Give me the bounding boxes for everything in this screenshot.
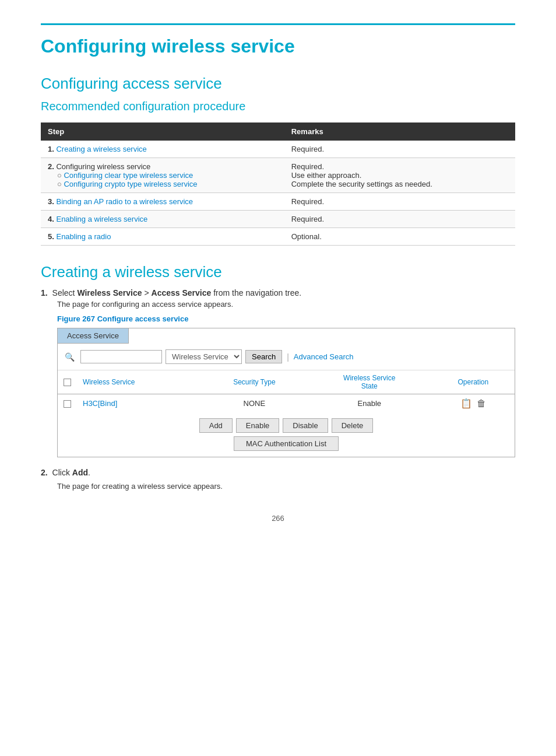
- col-state-header: Wireless ServiceState: [307, 370, 432, 394]
- service-data-table: Wireless Service Security Type Wireless …: [58, 370, 515, 412]
- add-button[interactable]: Add: [199, 418, 233, 433]
- col-remarks: Remarks: [284, 123, 515, 141]
- col-wireless-service-header: Wireless Service: [77, 370, 202, 394]
- table-row: 2. Configuring wireless service Configur…: [41, 158, 515, 193]
- enable-button[interactable]: Enable: [236, 418, 279, 433]
- col-checkbox-header: [58, 370, 77, 394]
- search-button[interactable]: Search: [245, 350, 282, 363]
- step2-sub1-link[interactable]: Configuring clear type wireless service: [57, 171, 277, 180]
- step2-block: 2. Click Add. The page for creating a wi…: [41, 468, 515, 491]
- step1-subtext: The page for configuring an access servi…: [57, 300, 515, 309]
- select-all-checkbox[interactable]: [64, 379, 71, 386]
- access-service-tab[interactable]: Access Service: [58, 328, 129, 344]
- step-num-4: 4.: [48, 215, 54, 223]
- col-security-type-header: Security Type: [202, 370, 307, 394]
- step-num-5: 5.: [48, 232, 54, 241]
- step4-link[interactable]: Enabling a wireless service: [56, 215, 147, 223]
- access-service-widget: Access Service 🔍 Wireless Service Search…: [57, 328, 515, 457]
- disable-button[interactable]: Disable: [283, 418, 328, 433]
- config-table: Step Remarks 1. Creating a wireless serv…: [41, 123, 515, 246]
- subsection-title: Recommended configuration procedure: [41, 100, 515, 113]
- col-step: Step: [41, 123, 284, 141]
- search-bar: 🔍 Wireless Service Search | Advanced Sea…: [58, 344, 515, 370]
- copy-icon[interactable]: 📋: [460, 398, 472, 408]
- page-number: 266: [41, 514, 515, 523]
- wireless-service-name[interactable]: H3C[Bind]: [83, 399, 117, 408]
- step2-remarks: Required. Use either approach. Complete …: [284, 158, 515, 193]
- step5-link[interactable]: Enabling a radio: [56, 232, 111, 241]
- search-input[interactable]: [80, 350, 162, 363]
- step3-remarks: Required.: [284, 193, 515, 211]
- step2-num: 2.: [41, 468, 48, 477]
- delete-icon[interactable]: 🗑: [477, 398, 486, 408]
- step2-instruction: Click Add.: [52, 468, 90, 477]
- section1-title: Configuring access service: [41, 75, 515, 93]
- widget-buttons: Add Enable Disable Delete MAC Authentica…: [58, 412, 515, 457]
- step1-instruction: Select Wireless Service > Access Service…: [52, 288, 302, 298]
- advanced-search-link[interactable]: Advanced Search: [294, 352, 354, 361]
- step-num-3: 3.: [48, 197, 54, 206]
- step1-remarks: Required.: [284, 141, 515, 158]
- wireless-service-dropdown[interactable]: Wireless Service: [166, 349, 242, 364]
- mac-authentication-list-button[interactable]: MAC Authentication List: [234, 436, 339, 451]
- step1-block: 1. Select Wireless Service > Access Serv…: [41, 288, 515, 457]
- step2-text: Configuring wireless service: [56, 162, 150, 171]
- row-checkbox[interactable]: [64, 400, 71, 408]
- table-row: 5. Enabling a radio Optional.: [41, 228, 515, 246]
- table-row: H3C[Bind] NONE Enable 📋 🗑: [58, 394, 515, 413]
- col-operation-header: Operation: [432, 370, 515, 394]
- separator: |: [287, 352, 289, 362]
- page-title: Configuring wireless service: [41, 23, 515, 57]
- table-row: 1. Creating a wireless service Required.: [41, 141, 515, 158]
- delete-button[interactable]: Delete: [332, 418, 374, 433]
- button-row2: MAC Authentication List: [234, 436, 339, 451]
- step-num-1: 1.: [48, 145, 54, 153]
- state-cell: Enable: [307, 394, 432, 413]
- step2-subtext: The page for creating a wireless service…: [57, 482, 515, 491]
- figure-caption: Figure 267 Configure access service: [57, 314, 515, 323]
- step2-sub2-link[interactable]: Configuring crypto type wireless service: [57, 180, 277, 188]
- step-num-2: 2.: [48, 162, 54, 171]
- section2-title: Creating a wireless service: [41, 263, 515, 281]
- button-row1: Add Enable Disable Delete: [199, 418, 374, 433]
- step3-link[interactable]: Binding an AP radio to a wireless servic…: [56, 197, 193, 206]
- table-row: 3. Binding an AP radio to a wireless ser…: [41, 193, 515, 211]
- step4-remarks: Required.: [284, 211, 515, 228]
- step5-remarks: Optional.: [284, 228, 515, 246]
- step1-link[interactable]: Creating a wireless service: [56, 145, 146, 153]
- operation-cell: 📋 🗑: [432, 394, 515, 413]
- search-magnifier-icon: 🔍: [65, 352, 75, 362]
- table-row: 4. Enabling a wireless service Required.: [41, 211, 515, 228]
- security-type-cell: NONE: [202, 394, 307, 413]
- step1-num: 1.: [41, 288, 48, 298]
